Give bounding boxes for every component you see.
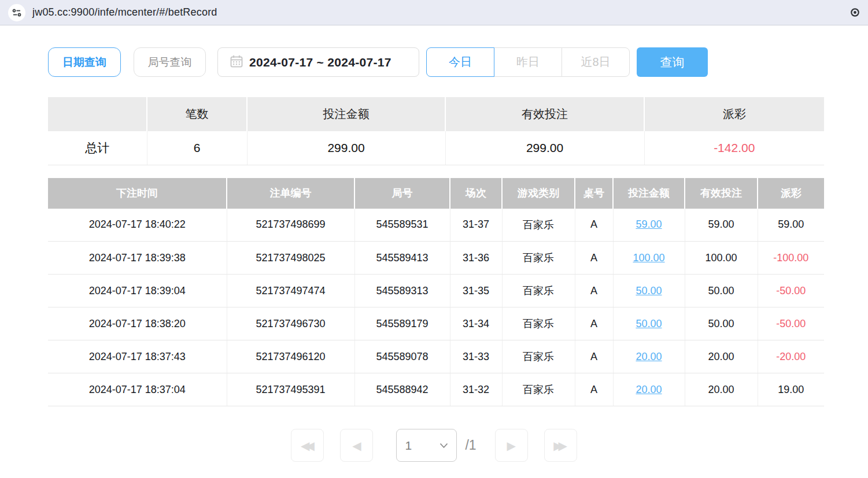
bet-amount-link[interactable]: 50.00 xyxy=(636,285,662,297)
col-header-valid-bet: 有效投注 xyxy=(685,178,758,209)
chevron-down-icon xyxy=(439,440,448,451)
cell-payout: -20.00 xyxy=(758,340,824,373)
pagination: ◀◀ ◀ 1 /1 ▶ ▶▶ xyxy=(0,429,868,462)
table-row: 2024-07-17 18:37:43 521737496120 5455890… xyxy=(48,340,824,373)
cell-session: 31-37 xyxy=(450,209,502,242)
records-header-row: 下注时间 注单编号 局号 场次 游戏类别 桌号 投注金额 有效投注 派彩 xyxy=(48,178,824,209)
col-header-game-type: 游戏类别 xyxy=(502,178,575,209)
cell-session: 31-33 xyxy=(450,340,502,373)
page-select[interactable]: 1 xyxy=(396,429,457,462)
summary-count-value: 6 xyxy=(147,131,247,165)
bet-amount-link[interactable]: 50.00 xyxy=(636,318,662,329)
url-text[interactable]: jw05.cc:9900/infe/mcenter/#/betRecord xyxy=(32,6,217,18)
cell-bet-time: 2024-07-17 18:38:20 xyxy=(48,307,227,340)
cell-round: 545589313 xyxy=(354,275,450,307)
right-arrow-icon: ▶ xyxy=(507,439,515,453)
cell-valid-bet: 20.00 xyxy=(685,373,758,406)
cell-bet-id: 521737498025 xyxy=(227,242,354,275)
first-page-button[interactable]: ◀◀ xyxy=(291,429,324,462)
cell-valid-bet: 59.00 xyxy=(685,209,758,242)
bet-amount-link[interactable]: 59.00 xyxy=(636,218,662,230)
cell-session: 31-32 xyxy=(450,373,502,406)
cell-table: A xyxy=(575,373,613,406)
summary-header-count: 笔数 xyxy=(147,97,247,131)
quick-date-button-group: 今日 昨日 近8日 xyxy=(426,47,630,77)
cell-payout: -50.00 xyxy=(758,307,824,340)
table-row: 2024-07-17 18:38:20 521737496730 5455891… xyxy=(48,307,824,340)
target-icon[interactable] xyxy=(850,8,860,20)
cell-session: 31-35 xyxy=(450,275,502,307)
col-header-round: 局号 xyxy=(354,178,450,209)
cell-bet-id: 521737498699 xyxy=(227,209,354,242)
search-button[interactable]: 查询 xyxy=(637,47,708,77)
col-header-session: 场次 xyxy=(450,178,502,209)
cell-bet-time: 2024-07-17 18:39:38 xyxy=(48,242,227,275)
date-range-picker[interactable]: 2024-07-17 ~ 2024-07-17 xyxy=(217,47,419,77)
summary-table: 笔数 投注金额 有效投注 派彩 总计 6 299.00 299.00 -142.… xyxy=(48,97,824,165)
cell-bet-time: 2024-07-17 18:39:04 xyxy=(48,275,227,307)
table-row: 2024-07-17 18:40:22 521737498699 5455895… xyxy=(48,209,824,242)
cell-bet-id: 521737496730 xyxy=(227,307,354,340)
summary-bet-amount-value: 299.00 xyxy=(247,131,445,165)
cell-game-type: 百家乐 xyxy=(502,307,575,340)
col-header-table: 桌号 xyxy=(575,178,613,209)
round-query-tab[interactable]: 局号查询 xyxy=(134,47,206,77)
summary-header-row: 笔数 投注金额 有效投注 派彩 xyxy=(48,97,824,131)
cell-valid-bet: 20.00 xyxy=(685,340,758,373)
double-right-arrow-icon: ▶▶ xyxy=(553,439,563,453)
summary-total-label: 总计 xyxy=(48,131,147,165)
cell-bet-time: 2024-07-17 18:37:04 xyxy=(48,373,227,406)
cell-valid-bet: 100.00 xyxy=(685,242,758,275)
bet-amount-link[interactable]: 20.00 xyxy=(636,384,662,395)
cell-round: 545589078 xyxy=(354,340,450,373)
double-left-arrow-icon: ◀◀ xyxy=(301,439,311,453)
date-query-tab[interactable]: 日期查询 xyxy=(48,47,121,77)
last-page-button[interactable]: ▶▶ xyxy=(544,429,577,462)
summary-header-valid-bet: 有效投注 xyxy=(445,97,644,131)
table-row: 2024-07-17 18:37:04 521737495391 5455889… xyxy=(48,373,824,406)
cell-round: 545589179 xyxy=(354,307,450,340)
total-pages-label: /1 xyxy=(465,438,476,453)
cell-round: 545589531 xyxy=(354,209,450,242)
bet-amount-link[interactable]: 100.00 xyxy=(633,252,664,264)
cell-bet-time: 2024-07-17 18:37:43 xyxy=(48,340,227,373)
summary-header-blank xyxy=(48,97,147,131)
cell-table: A xyxy=(575,242,613,275)
next-page-button[interactable]: ▶ xyxy=(495,429,528,462)
cell-bet-id: 521737496120 xyxy=(227,340,354,373)
cell-round: 545588942 xyxy=(354,373,450,406)
last-8-days-button[interactable]: 近8日 xyxy=(562,47,630,77)
page-select-value: 1 xyxy=(405,439,439,453)
left-arrow-icon: ◀ xyxy=(352,439,361,453)
cell-payout: -50.00 xyxy=(758,275,824,307)
previous-page-button[interactable]: ◀ xyxy=(340,429,373,462)
col-header-bet-id: 注单编号 xyxy=(227,178,354,209)
bet-amount-link[interactable]: 20.00 xyxy=(636,351,662,362)
cell-session: 31-36 xyxy=(450,242,502,275)
cell-table: A xyxy=(575,340,613,373)
cell-table: A xyxy=(575,307,613,340)
site-settings-icon[interactable] xyxy=(8,4,25,21)
cell-game-type: 百家乐 xyxy=(502,209,575,242)
summary-total-row: 总计 6 299.00 299.00 -142.00 xyxy=(48,131,824,165)
cell-bet-id: 521737497474 xyxy=(227,275,354,307)
cell-session: 31-34 xyxy=(450,307,502,340)
table-row: 2024-07-17 18:39:04 521737497474 5455893… xyxy=(48,275,824,307)
cell-game-type: 百家乐 xyxy=(502,275,575,307)
browser-address-bar: jw05.cc:9900/infe/mcenter/#/betRecord xyxy=(0,0,868,25)
cell-payout: 19.00 xyxy=(758,373,824,406)
cell-bet-id: 521737495391 xyxy=(227,373,354,406)
col-header-bet-time: 下注时间 xyxy=(48,178,227,209)
col-header-payout: 派彩 xyxy=(758,178,824,209)
summary-header-bet-amount: 投注金额 xyxy=(247,97,445,131)
cell-valid-bet: 50.00 xyxy=(685,307,758,340)
today-button[interactable]: 今日 xyxy=(426,47,494,77)
cell-payout: -100.00 xyxy=(758,242,824,275)
table-row: 2024-07-17 18:39:38 521737498025 5455894… xyxy=(48,242,824,275)
cell-game-type: 百家乐 xyxy=(502,340,575,373)
summary-header-payout: 派彩 xyxy=(644,97,824,131)
cell-game-type: 百家乐 xyxy=(502,242,575,275)
cell-table: A xyxy=(575,275,613,307)
bet-records-table: 下注时间 注单编号 局号 场次 游戏类别 桌号 投注金额 有效投注 派彩 202… xyxy=(48,178,824,407)
yesterday-button[interactable]: 昨日 xyxy=(494,47,562,77)
